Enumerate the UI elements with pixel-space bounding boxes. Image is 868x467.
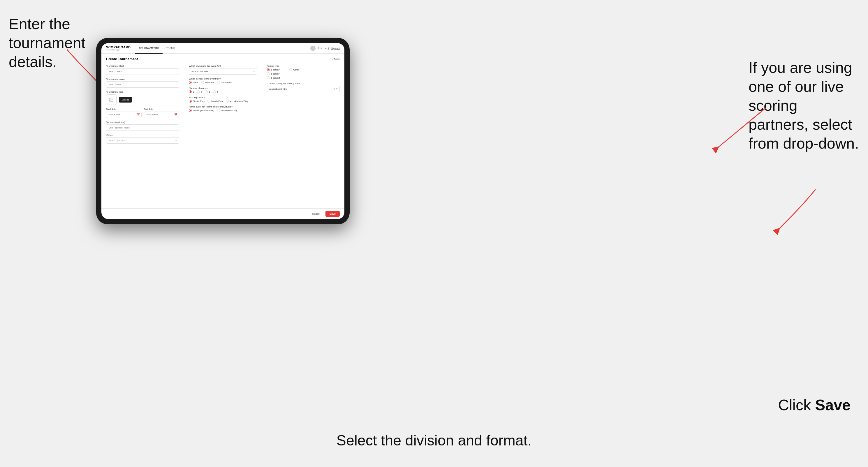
calendar-icon-start: 📅: [137, 113, 140, 116]
form-col-2: Which division is the event for? NCAA Di…: [184, 65, 262, 147]
svg-point-1: [111, 99, 111, 99]
format-6count5[interactable]: 6 count 5: [267, 76, 281, 79]
rounds-3[interactable]: 3: [205, 90, 210, 93]
teams-radio-group: Teams (+Individuals) Individuals Only: [189, 109, 257, 112]
host-label: Tournament Host: [106, 65, 179, 67]
start-date-input[interactable]: [106, 112, 142, 118]
rounds-3-radio: [205, 90, 208, 93]
format-other-item[interactable]: Other: [289, 68, 299, 71]
teams-individuals[interactable]: Individuals Only: [217, 109, 237, 112]
gender-group: Which gender is the event for? Mens Wome…: [189, 77, 257, 84]
logo-title: SCOREBOARD: [106, 46, 130, 49]
nav-left: SCOREBOARD Powered by clippi TOURNAMENTS…: [106, 43, 179, 54]
gender-combined[interactable]: Combined: [217, 81, 231, 84]
host-input[interactable]: [106, 68, 179, 75]
form-grid: Tournament Host Tournament name Tourname…: [106, 65, 340, 147]
gender-womens[interactable]: Womens: [202, 81, 214, 84]
avatar: [310, 46, 315, 51]
teams-individuals-radio: [217, 109, 220, 112]
division-select[interactable]: NCAA Division I ▾: [189, 68, 257, 74]
gender-mens[interactable]: Mens: [189, 81, 198, 84]
logo-placeholder: [106, 94, 117, 105]
rounds-1[interactable]: 1: [189, 90, 194, 93]
rounds-1-radio: [189, 90, 192, 93]
division-chevron: ▾: [253, 70, 255, 73]
format-5count4[interactable]: 5 count 4: [267, 68, 281, 71]
live-scoring-select[interactable]: Leaderboard King × ▾: [267, 86, 340, 92]
scoring-match-radio: [208, 100, 210, 102]
end-date-input[interactable]: [144, 112, 180, 118]
name-label: Tournament name: [106, 78, 179, 81]
end-date-label: End date: [144, 108, 180, 111]
rounds-2[interactable]: 2: [197, 90, 202, 93]
nav-right: Test User | Sign out: [310, 46, 340, 51]
name-input[interactable]: [106, 81, 179, 88]
format-label: Format type: [267, 65, 340, 67]
division-group: Which division is the event for? NCAA Di…: [189, 65, 257, 74]
top-nav: SCOREBOARD Powered by clippi TOURNAMENTS…: [101, 43, 344, 54]
sponsor-label: Sponsor (optional): [106, 121, 179, 124]
scoring-group: Scoring system Stroke Play Match Play: [189, 96, 257, 102]
rounds-4-radio: [213, 90, 216, 93]
venue-select[interactable]: Search golf club ▾: [106, 137, 179, 144]
scoring-radio-group: Stroke Play Match Play Medal Match Play: [189, 100, 257, 102]
scoring-medal[interactable]: Medal Match Play: [226, 100, 248, 102]
live-scoring-value: Leaderboard King: [269, 88, 287, 90]
sponsor-group: Sponsor (optional): [106, 121, 179, 131]
division-label: Which division is the event for?: [189, 65, 257, 67]
save-button[interactable]: Save: [326, 211, 340, 217]
scoring-match[interactable]: Match Play: [208, 100, 223, 102]
rounds-4[interactable]: 4: [213, 90, 218, 93]
dates-group: Start date 📅 End date 📅: [106, 108, 179, 118]
rounds-group: Number of rounds 1 2: [189, 87, 257, 93]
page-header: Create Tournament Back: [106, 57, 340, 61]
format-row-2: 6 count 4: [267, 72, 340, 75]
start-date-label: Start date: [106, 108, 142, 111]
end-date-group: End date 📅: [144, 108, 180, 118]
rounds-2-radio: [197, 90, 200, 93]
teams-teams[interactable]: Teams (+Individuals): [189, 109, 214, 112]
venue-group: Venue Search golf club ▾: [106, 134, 179, 144]
gender-label: Which gender is the event for?: [189, 77, 257, 80]
logo-area: SCOREBOARD Powered by clippi: [106, 46, 130, 51]
nav-tab-tournaments[interactable]: TOURNAMENTS: [135, 43, 162, 54]
gender-combined-radio: [217, 81, 220, 84]
annotation-topright: If you are using one of our live scoring…: [748, 58, 859, 153]
venue-chevron: ▾: [176, 139, 177, 142]
signout-link[interactable]: Sign out: [331, 47, 340, 50]
teams-teams-radio: [189, 109, 192, 112]
upload-button[interactable]: Upload: [119, 97, 132, 102]
teams-label: Is this event for Teams and/or Individua…: [189, 105, 257, 108]
form-col-3: Format type 5 count 4 Other: [262, 65, 340, 147]
live-scoring-remove[interactable]: ×: [333, 87, 335, 91]
scoring-label: Scoring system: [189, 96, 257, 99]
format-type-list: 5 count 4 Other 6 count 4: [267, 68, 340, 79]
format-group: Format type 5 count 4 Other: [267, 65, 340, 79]
format-row-1: 5 count 4 Other: [267, 68, 340, 71]
gender-radio-group: Mens Womens Combined: [189, 81, 257, 84]
user-name: Test User |: [318, 47, 329, 50]
sponsor-input[interactable]: [106, 124, 179, 131]
name-group: Tournament name: [106, 78, 179, 88]
teams-group: Is this event for Teams and/or Individua…: [189, 105, 257, 112]
content-area: Create Tournament Back Tournament Host T…: [101, 54, 344, 208]
back-link[interactable]: Back: [332, 58, 340, 61]
start-date-wrap: 📅: [106, 111, 142, 118]
logo-group: Tournament logo Upload: [106, 91, 179, 105]
calendar-icon-end: 📅: [174, 113, 178, 116]
cancel-button[interactable]: Cancel: [309, 211, 323, 217]
format-other-radio: [289, 68, 292, 71]
tablet: SCOREBOARD Powered by clippi TOURNAMENTS…: [96, 38, 350, 224]
page-title: Create Tournament: [106, 57, 138, 61]
venue-placeholder: Search golf club: [109, 139, 125, 142]
end-date-wrap: 📅: [144, 111, 180, 118]
form-col-1: Tournament Host Tournament name Tourname…: [106, 65, 184, 147]
format-6count5-radio: [267, 76, 270, 79]
format-6count4[interactable]: 6 count 4: [267, 72, 281, 75]
scoring-stroke[interactable]: Stroke Play: [189, 100, 205, 102]
scoring-medal-radio: [226, 100, 229, 102]
nav-tab-teams[interactable]: TEAMS: [163, 43, 179, 54]
scoring-stroke-radio: [189, 100, 192, 102]
format-5count4-radio: [267, 68, 270, 71]
logo-upload-area: Upload: [106, 94, 179, 105]
